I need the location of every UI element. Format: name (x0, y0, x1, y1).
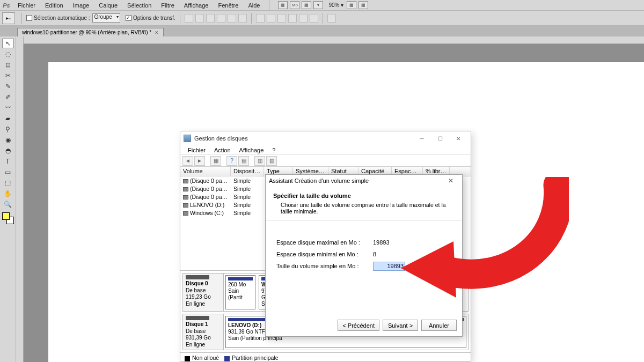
partition[interactable]: 260 Mo Sain (Partit (225, 275, 255, 309)
menu-affichage[interactable]: Affichage (179, 2, 214, 9)
hdr-icon-6[interactable]: ▦ (358, 1, 368, 9)
next-button[interactable]: Suivant > (383, 320, 418, 331)
auto-select-dropdown[interactable]: Groupe (92, 13, 120, 23)
wizard-titlebar[interactable]: Assistant Création d'un volume simple ✕ (266, 175, 462, 186)
distribute-icon[interactable] (267, 14, 275, 23)
divider (251, 13, 252, 24)
part-label: LENOVO (D:) (228, 322, 261, 328)
menu-fichier[interactable]: Fichier (13, 2, 40, 9)
distribute-icon[interactable] (277, 14, 286, 23)
forward-icon[interactable]: ► (194, 156, 205, 166)
hdr-icon-1[interactable]: ▦ (278, 1, 288, 9)
menu-fenetre[interactable]: Fenêtre (213, 2, 243, 9)
col-disposition[interactable]: Disposition (231, 167, 264, 176)
tool-zoom[interactable]: 🔍 (2, 200, 14, 209)
dm-menu-affichage[interactable]: Affichage (235, 147, 268, 153)
toolbar-icon[interactable]: ▥ (254, 156, 265, 166)
disk-kind: De base (186, 328, 206, 334)
hdr-icon-4[interactable]: ▾ (313, 1, 323, 9)
fg-color-swatch[interactable] (2, 212, 10, 220)
hdr-icon-3[interactable]: ▦ (302, 1, 311, 9)
disk-header: Disque 0 De base 119,23 Go En ligne (183, 274, 224, 311)
misc-icon[interactable] (327, 14, 336, 23)
tool-marquee[interactable]: ◌ (2, 49, 14, 59)
wizard-buttons: < Précédent Suivant > Annuler (338, 320, 457, 331)
menu-image[interactable]: Image (68, 2, 94, 9)
toolbar-icon[interactable]: ▦ (210, 156, 221, 166)
zoom-indicator[interactable]: 90% ▾ (328, 2, 343, 8)
dm-app-icon (184, 135, 191, 142)
close-tab-icon[interactable]: ✕ (155, 30, 159, 35)
menu-calque[interactable]: Calque (94, 2, 122, 9)
cancel-button[interactable]: Annuler (421, 320, 457, 331)
tool-hand[interactable]: ✋ (2, 189, 14, 198)
disk-name: Disque 1 (186, 321, 208, 327)
dm-menu-fichier[interactable]: Fichier (184, 147, 210, 153)
maximize-button[interactable]: ☐ (431, 133, 449, 144)
align-icon[interactable] (195, 14, 204, 23)
tool-lasso[interactable]: ⊡ (2, 60, 14, 70)
document-tab[interactable]: windows10-partitionner @ 90% (Arrière-pl… (17, 28, 164, 36)
distribute-icon[interactable] (299, 14, 308, 23)
disk-size: 931,39 Go (186, 335, 211, 341)
ps-menu-bar: Ps Fichier Edition Image Calque Sélectio… (0, 0, 644, 11)
disk-state: En ligne (186, 301, 205, 307)
wizard-body: Espace disque maximal en Mo : 19893 Espa… (266, 220, 462, 272)
tool-pen[interactable]: ◓ (2, 146, 14, 156)
distribute-icon[interactable] (256, 14, 265, 23)
max-space-label: Espace disque maximal en Mo : (276, 239, 373, 246)
dm-titlebar[interactable]: Gestion des disques ─ ☐ ✕ (180, 131, 471, 145)
tool-shape[interactable]: ▭ (2, 167, 14, 177)
menu-edition[interactable]: Edition (40, 2, 68, 9)
tool-type[interactable]: T (2, 157, 14, 166)
legend-primary: Partition principale (232, 354, 278, 361)
tool-path[interactable]: ⬚ (2, 178, 14, 188)
volume-size-input[interactable] (373, 262, 405, 271)
previous-button[interactable]: < Précédent (338, 320, 379, 331)
menu-filtre[interactable]: Filtre (156, 2, 179, 9)
part-size: 260 Mo (228, 282, 246, 287)
ps-header-icons: ▦ Mb ▦ ▾ (278, 1, 323, 9)
close-icon[interactable]: ✕ (443, 177, 459, 184)
tool-eyedropper[interactable]: ✎ (2, 82, 14, 91)
auto-select-checkbox[interactable] (26, 15, 32, 21)
dm-menu-help[interactable]: ? (268, 147, 280, 153)
transform-label: Options de transf. (133, 15, 175, 21)
align-icon[interactable] (217, 14, 225, 23)
min-space-label: Espace disque minimal en Mo : (276, 251, 373, 257)
move-tool-icon[interactable]: ▸₊ (2, 12, 15, 24)
toolbar-icon[interactable]: ▧ (266, 156, 277, 166)
distribute-icon[interactable] (288, 14, 297, 23)
transform-checkbox[interactable] (126, 15, 131, 21)
col-volume[interactable]: Volume (180, 167, 231, 176)
tool-gradient[interactable]: ⚲ (2, 124, 14, 134)
dm-menu-action[interactable]: Action (210, 147, 235, 153)
close-button[interactable]: ✕ (449, 133, 467, 144)
tool-crop[interactable]: ✂ (2, 71, 14, 80)
tool-eraser[interactable]: ▰ (2, 114, 14, 123)
tool-clone[interactable]: 〰 (2, 103, 14, 113)
ps-toolbox: ↖ ◌ ⊡ ✂ ✎ ✐ 〰 ▰ ⚲ ◉ ◓ T ▭ ⬚ ✋ 🔍 (0, 36, 16, 362)
hdr-icon-5[interactable]: ▦ (347, 1, 356, 9)
help-icon[interactable]: ? (226, 156, 237, 166)
toolbar-icon[interactable]: ▤ (238, 156, 249, 166)
tool-move[interactable]: ↖ (2, 39, 14, 48)
ps-options-bar: ▸₊ Sélection automatique : Groupe Option… (0, 11, 644, 26)
color-swatches[interactable] (2, 212, 14, 224)
align-icon[interactable] (185, 14, 193, 23)
divider (269, 0, 269, 11)
align-icon[interactable] (228, 14, 236, 23)
hdr-icon-2[interactable]: Mb (290, 1, 299, 9)
menu-selection[interactable]: Sélection (122, 2, 156, 9)
align-icon[interactable] (238, 14, 247, 23)
ruler-horizontal (24, 36, 644, 44)
legend-unallocated: Non alloué (192, 354, 219, 361)
back-icon[interactable]: ◄ (182, 156, 193, 166)
tool-dodge[interactable]: ◉ (2, 135, 14, 145)
distribute-icon[interactable] (310, 14, 318, 23)
disk-icon (186, 316, 209, 320)
menu-aide[interactable]: Aide (243, 2, 265, 9)
align-icon[interactable] (206, 14, 215, 23)
minimize-button[interactable]: ─ (413, 133, 431, 144)
tool-brush[interactable]: ✐ (2, 92, 14, 102)
